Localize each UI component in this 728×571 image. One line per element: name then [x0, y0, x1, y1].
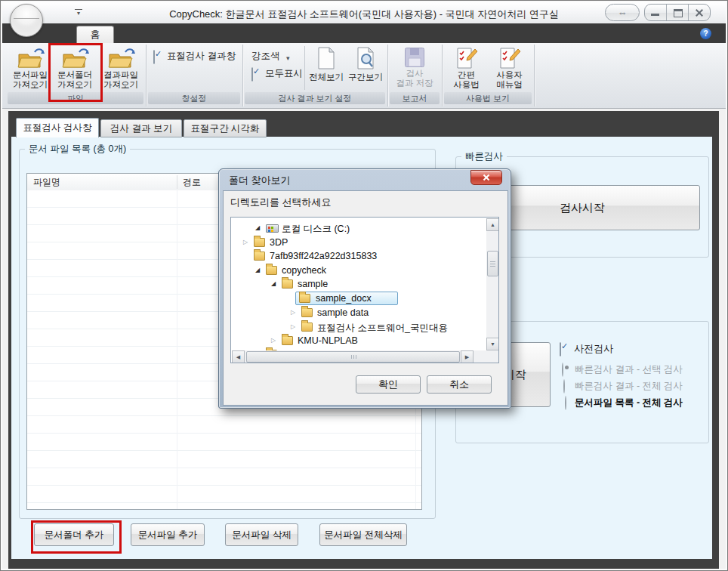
tree-item[interactable]: copycheck — [232, 264, 486, 278]
tab-section-visualization[interactable]: 표절구간 시각화 — [184, 119, 267, 137]
separator — [304, 46, 305, 90]
import-result-file-button[interactable]: 결과파일 가져오기 — [99, 45, 143, 95]
tree-item[interactable]: 로컬 디스크 (C:) — [232, 221, 486, 236]
dialog-cancel-button[interactable]: 취소 — [427, 375, 492, 394]
ribbon-group-usage: 간편 사용법 사용자 매뉴얼 사용법 보기 — [442, 45, 535, 106]
scrollbar-corner — [486, 350, 499, 363]
dialog-prompt: 디렉토리를 선택하세요 — [230, 196, 332, 209]
restore-icon — [674, 9, 683, 17]
tree-item[interactable]: 3DP — [232, 236, 486, 250]
folder-icon — [282, 336, 293, 345]
tree-item-selected[interactable]: sample_docx — [232, 292, 486, 306]
button-label: 가져오기 — [99, 80, 143, 90]
folder-icon — [266, 266, 277, 275]
result-window-checkbox[interactable] — [153, 50, 155, 64]
tree-vscrollbar[interactable] — [486, 218, 499, 350]
expander-closed-icon[interactable] — [271, 337, 276, 344]
close-button[interactable] — [689, 5, 710, 20]
quick-check-title: 빠른검사 — [461, 151, 507, 162]
button-label: 매뉴얼 — [489, 80, 530, 90]
scroll-down-button[interactable] — [486, 338, 499, 350]
button-label: 전체보기 — [307, 73, 345, 82]
group-label-window-settings: 창설정 — [148, 92, 240, 104]
precheck-checkbox[interactable] — [560, 342, 561, 356]
tree-viewport: 로컬 디스크 (C:) 3DP 7afb93ff242a922d315833 c… — [232, 218, 486, 350]
delete-file-button[interactable]: 문서파일 삭제 — [225, 523, 298, 546]
expander-open-icon[interactable] — [255, 224, 260, 232]
folder-open-icon — [106, 47, 135, 69]
help-icon[interactable] — [700, 28, 711, 39]
file-list-title: 문서 파일 목록 (총 0개) — [25, 144, 130, 155]
dialog-ok-button[interactable]: 확인 — [356, 375, 421, 394]
quick-access-caret-icon[interactable] — [75, 9, 82, 17]
folder-icon — [254, 238, 265, 247]
view-section-button[interactable]: 구간보기 — [347, 45, 384, 95]
import-doc-file-button[interactable]: 문서파일 가져오기 — [8, 45, 52, 95]
expander-open-icon[interactable] — [271, 280, 276, 288]
radio-quick-selected[interactable] — [562, 363, 563, 377]
column-divider[interactable] — [177, 175, 177, 189]
tree-item[interactable]: 표절검사 소프트웨어_국민대용 — [232, 320, 486, 335]
group-label-view-settings: 검사 결과 보기 설정 — [245, 92, 385, 104]
scroll-right-button[interactable] — [461, 350, 474, 363]
app-window: CopyCheck: 한글문서 표절검사 소프트웨어(국민대 사용자용) - 국… — [0, 0, 728, 571]
ribbon-group-report: 검사 결과 저장 보고서 — [387, 45, 443, 106]
expander-open-icon[interactable] — [255, 267, 260, 274]
save-floppy-icon — [404, 47, 425, 68]
restore-button[interactable] — [667, 5, 689, 20]
resize-window-button[interactable]: ⇔ — [605, 4, 640, 21]
expander-closed-icon[interactable] — [291, 309, 295, 316]
view-whole-button[interactable]: 전체보기 — [307, 45, 345, 95]
highlight-color-dropdown[interactable]: 강조색 — [251, 50, 280, 63]
radio-quick-all[interactable] — [563, 379, 565, 394]
scroll-up-button[interactable] — [486, 218, 499, 231]
tab-check-result[interactable]: 검사 결과 보기 — [100, 119, 182, 137]
vscroll-thumb[interactable] — [487, 251, 498, 276]
app-orb-button[interactable] — [10, 4, 43, 37]
expander-closed-icon[interactable] — [291, 323, 295, 331]
group-label-report: 보고서 — [390, 92, 440, 104]
tree-item[interactable]: 7afb93ff242a922d315833 — [232, 249, 486, 264]
ribbon-tab-home[interactable]: 홈 — [76, 26, 114, 43]
tree-hscrollbar[interactable] — [232, 350, 486, 363]
folder-open-icon — [16, 47, 45, 69]
scroll-left-button[interactable] — [232, 350, 245, 363]
button-label: 검사 — [393, 69, 436, 79]
minimize-icon — [651, 14, 659, 16]
minimize-button[interactable] — [645, 5, 667, 20]
document-icon — [317, 47, 335, 69]
show-all-checkbox-label: 모두표시 — [265, 67, 303, 80]
tree-item-label: copycheck — [282, 265, 326, 276]
button-label: 결과파일 — [99, 70, 143, 80]
ribbon: 문서파일 가져오기 문서폴더 가져오기 — [2, 43, 726, 109]
tree-item-label: sample_docx — [316, 293, 372, 304]
folder-icon — [254, 252, 265, 261]
tree-item[interactable]: KMU-NLPLAB — [232, 334, 486, 348]
tree-item[interactable]: sample — [232, 277, 486, 292]
delete-all-button[interactable]: 문서파일 전체삭제 — [319, 523, 407, 546]
folder-icon — [299, 294, 310, 303]
expander-closed-icon[interactable] — [243, 239, 248, 246]
highlight-box-add-folder — [31, 520, 122, 554]
guide-pencil-icon — [455, 47, 478, 69]
user-manual-button[interactable]: 사용자 매뉴얼 — [489, 45, 530, 95]
tree-item[interactable]: sample data — [232, 306, 486, 320]
quick-guide-button[interactable]: 간편 사용법 — [446, 45, 487, 95]
highlight-box-import-folder — [48, 43, 103, 102]
button-label: 사용법 — [446, 80, 487, 90]
folder-tree[interactable]: 로컬 디스크 (C:) 3DP 7afb93ff242a922d315833 c… — [230, 217, 499, 363]
tree-item-label: sample data — [317, 307, 369, 318]
save-result-button: 검사 결과 저장 — [393, 45, 436, 95]
tab-plagiarism-check[interactable]: 표절검사 검사창 — [16, 118, 99, 137]
hscroll-thumb[interactable] — [246, 351, 460, 363]
column-gridline — [177, 190, 177, 509]
folder-icon — [282, 279, 293, 289]
radio-list-all[interactable] — [565, 396, 566, 410]
column-header-filename[interactable]: 파일명 — [27, 174, 183, 190]
add-file-button[interactable]: 문서파일 추가 — [131, 523, 205, 546]
dialog-close-button[interactable] — [470, 170, 502, 185]
radio-list-all-label: 문서파일 목록 - 전체 검사 — [575, 397, 683, 409]
show-all-checkbox[interactable] — [251, 67, 253, 82]
dropdown-caret-icon[interactable] — [286, 50, 290, 63]
ribbon-group-window-settings: 표절검사 결과창 창설정 — [146, 45, 243, 106]
